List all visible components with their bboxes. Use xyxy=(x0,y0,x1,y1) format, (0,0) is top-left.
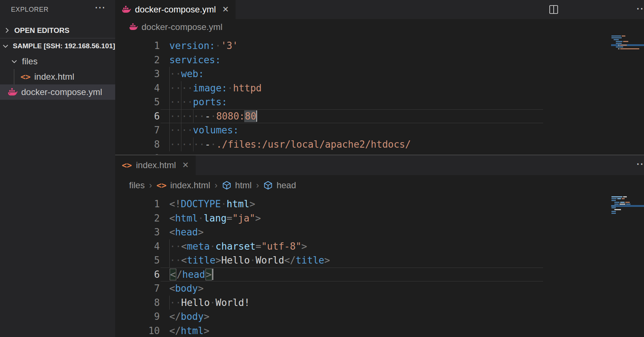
line-number: 5 xyxy=(115,253,169,268)
close-icon[interactable]: ✕ xyxy=(182,160,189,170)
code-line-2[interactable]: 2<html·lang="ja"> xyxy=(115,211,644,226)
minimap-segment xyxy=(617,198,621,199)
chevron-right-icon[interactable] xyxy=(3,26,11,34)
code-token: web: xyxy=(181,68,204,79)
code-line-text: ····volumes: xyxy=(169,123,239,137)
split-editor-icon[interactable] xyxy=(549,4,559,15)
code-line-10[interactable]: 10</html> xyxy=(115,324,644,337)
code-token: DOCTYPE xyxy=(181,198,221,209)
minimap-segment xyxy=(614,209,621,210)
code-line-4[interactable]: 4····image:·httpd xyxy=(115,81,644,95)
code-token: · xyxy=(210,241,216,252)
code-line-9[interactable]: 9</body> xyxy=(115,310,644,324)
breadcrumb-item-symbol-html[interactable]: html xyxy=(235,180,252,190)
code-line-3[interactable]: 3<head> xyxy=(115,225,644,239)
code-token: ·· xyxy=(169,67,181,81)
workspace-label: SAMPLE [SSH: 192.168.56.101] xyxy=(13,42,115,50)
minimap[interactable] xyxy=(611,35,644,50)
code-line-5[interactable]: 5··<title>Hello·World</title> xyxy=(115,253,644,268)
code-token: World xyxy=(256,255,284,266)
open-editors-section[interactable]: OPEN EDITORS xyxy=(0,23,115,38)
file-label: index.html xyxy=(34,72,74,82)
code-line-text: ··web: xyxy=(169,67,204,81)
code-line-9[interactable]: 9 xyxy=(115,151,644,155)
minimap-line xyxy=(611,45,644,46)
minimap[interactable] xyxy=(611,196,644,215)
code-line-8[interactable]: 8··Hello·World! xyxy=(115,296,644,310)
explorer-more-actions-icon[interactable]: ⋯ xyxy=(94,1,106,14)
code-line-6[interactable]: 6</head> xyxy=(115,268,644,282)
breadcrumb-item-file[interactable]: docker-compose.yml xyxy=(142,22,222,32)
code-line-text: ··<meta·charset="utf-8"> xyxy=(169,239,307,254)
minimap-segment xyxy=(620,202,625,203)
code-token: > xyxy=(204,311,210,322)
line-number: 2 xyxy=(115,53,169,67)
minimap-segment xyxy=(614,39,619,40)
breadcrumb-item-folder[interactable]: files xyxy=(129,180,145,190)
code-line-text: ······-·./files:/usr/local/apache2/htdoc… xyxy=(169,137,411,152)
code-line-text: <body> xyxy=(169,281,204,296)
code-line-3[interactable]: 3··web: xyxy=(115,67,644,81)
code-line-8[interactable]: 8······-·./files:/usr/local/apache2/htdo… xyxy=(115,137,644,152)
code-token: services: xyxy=(169,54,221,65)
line-number: 6 xyxy=(115,268,169,282)
minimap-segment xyxy=(611,37,622,38)
minimap-segment xyxy=(623,41,628,42)
tree-item-docker-compose[interactable]: docker-compose.yml xyxy=(0,84,115,100)
breadcrumb-separator: › xyxy=(214,180,218,190)
code-token: ·· xyxy=(193,109,205,124)
editor-group-bottom: <> index.html ✕ ⋯ files › <> index.html … xyxy=(115,155,644,337)
minimap-segment xyxy=(618,48,619,49)
code-line-text: <head> xyxy=(169,225,204,239)
code-token: </ xyxy=(169,311,181,322)
minimap-segment xyxy=(611,213,616,214)
more-actions-icon[interactable]: ⋯ xyxy=(636,1,644,15)
code-line-1[interactable]: 1version:·'3' xyxy=(115,39,644,53)
code-line-2[interactable]: 2services: xyxy=(115,53,644,67)
code-token: · xyxy=(198,213,204,224)
minimap-line xyxy=(611,202,644,203)
code-token: head xyxy=(182,269,205,280)
minimap-segment xyxy=(611,200,616,201)
code-line-7[interactable]: 7<body> xyxy=(115,281,644,296)
code-line-text: ····image:·httpd xyxy=(169,81,261,95)
minimap-line xyxy=(611,35,644,37)
breadcrumb-item-symbol-head[interactable]: head xyxy=(276,180,296,190)
workspace-section[interactable]: SAMPLE [SSH: 192.168.56.101] xyxy=(0,38,115,54)
code-token: meta xyxy=(187,241,210,252)
close-icon[interactable]: ✕ xyxy=(222,5,229,14)
code-editor-index-html[interactable]: 1<!DOCTYPE·html>2<html·lang="ja">3<head>… xyxy=(115,196,644,337)
code-line-7[interactable]: 7····volumes: xyxy=(115,123,644,137)
tree-item-index-html[interactable]: <> index.html xyxy=(0,69,115,84)
line-number: 1 xyxy=(115,197,169,211)
folder-label: files xyxy=(22,56,38,67)
code-token: > xyxy=(249,198,255,209)
code-line-5[interactable]: 5····ports: xyxy=(115,95,644,109)
tree-item-files-folder[interactable]: files xyxy=(0,54,115,69)
vscode-window: EXPLORER ⋯ OPEN EDITORS SAMPLE [SSH: 192… xyxy=(0,0,644,337)
code-token: </ xyxy=(169,325,181,336)
code-line-text: <!DOCTYPE·html> xyxy=(169,197,255,211)
minimap-segment xyxy=(618,45,619,46)
minimap-segment xyxy=(622,35,625,37)
chevron-down-icon[interactable] xyxy=(1,42,10,50)
minimap-line xyxy=(611,41,644,42)
tab-docker-compose[interactable]: docker-compose.yml ✕ xyxy=(115,0,236,19)
minimap-segment xyxy=(619,204,625,205)
html-file-icon: <> xyxy=(20,72,31,82)
more-actions-icon[interactable]: ⋯ xyxy=(636,157,644,171)
minimap-segment xyxy=(611,196,622,197)
code-line-6[interactable]: 6······-·8080:80 xyxy=(115,109,644,124)
code-token: > xyxy=(215,255,221,266)
code-editor-docker-compose[interactable]: 1version:·'3'2services:3··web:4····image… xyxy=(115,35,644,155)
code-token: ·· xyxy=(169,81,181,95)
code-line-1[interactable]: 1<!DOCTYPE·html> xyxy=(115,197,644,211)
breadcrumb-item-file[interactable]: index.html xyxy=(170,180,210,190)
code-token: httpd xyxy=(233,83,261,94)
tabbar-top: docker-compose.yml ✕ ⋯ xyxy=(115,0,644,19)
line-number: 3 xyxy=(115,225,169,239)
code-token: ·· xyxy=(181,81,193,95)
code-token: Hello xyxy=(181,297,210,308)
tab-index-html[interactable]: <> index.html ✕ xyxy=(115,155,196,175)
code-line-4[interactable]: 4··<meta·charset="utf-8"> xyxy=(115,239,644,254)
